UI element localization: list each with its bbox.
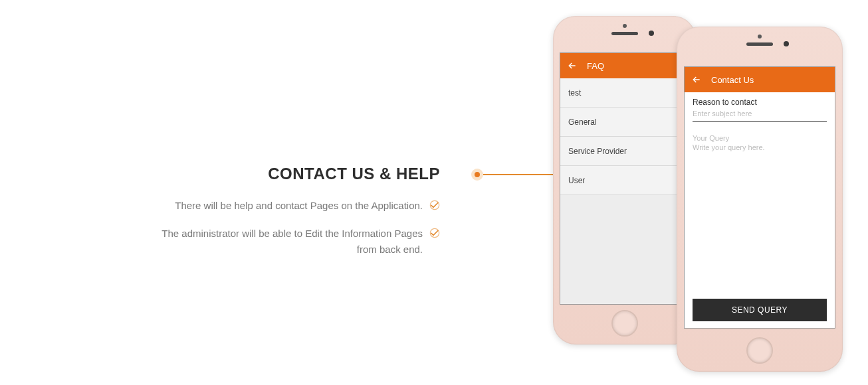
phone-mockup-faq: FAQ test General Service Provider User [553, 16, 696, 345]
faq-item[interactable]: test [560, 78, 689, 108]
bullet-text: The administrator will be able to Edit t… [144, 226, 423, 258]
bullet-text: There will be help and contact Pages on … [175, 198, 423, 214]
faq-item[interactable]: Service Provider [560, 137, 689, 166]
phone-speaker [611, 32, 638, 35]
home-button[interactable] [746, 337, 773, 364]
send-query-button[interactable]: SEND QUERY [693, 299, 827, 321]
header-title: Contact Us [711, 75, 754, 85]
phone-mockup-contact: Contact Us Reason to contact Enter subje… [677, 27, 843, 372]
header-title: FAQ [587, 61, 604, 71]
check-icon [429, 200, 440, 210]
contact-form: Reason to contact Enter subject here You… [685, 92, 835, 293]
subject-input[interactable]: Enter subject here [693, 108, 827, 122]
contact-screen: Contact Us Reason to contact Enter subje… [684, 66, 835, 329]
bullet-row: The administrator will be able to Edit t… [0, 226, 440, 258]
faq-list: test General Service Provider User [560, 78, 689, 195]
app-header: FAQ [560, 53, 689, 78]
faq-item[interactable]: User [560, 166, 689, 195]
back-arrow-icon[interactable] [567, 60, 578, 71]
feature-text-block: CONTACT US & HELP There will be help and… [0, 165, 440, 270]
app-header: Contact Us [685, 67, 835, 92]
section-title: CONTACT US & HELP [0, 165, 440, 183]
faq-item[interactable]: General [560, 108, 689, 137]
phone-camera [784, 41, 789, 46]
connector-dot [471, 169, 483, 181]
check-icon [429, 228, 440, 238]
reason-label: Reason to contact [693, 98, 827, 107]
query-label: Your Query [693, 134, 827, 142]
home-button[interactable] [611, 310, 638, 337]
faq-screen: FAQ test General Service Provider User [560, 52, 689, 305]
phone-speaker [746, 42, 773, 46]
back-arrow-icon[interactable] [691, 74, 702, 85]
query-textarea[interactable]: Write your query here. [693, 143, 827, 287]
phone-sensor [623, 24, 627, 28]
bullet-row: There will be help and contact Pages on … [0, 198, 440, 214]
phone-camera [649, 31, 654, 36]
phone-sensor [758, 35, 762, 38]
